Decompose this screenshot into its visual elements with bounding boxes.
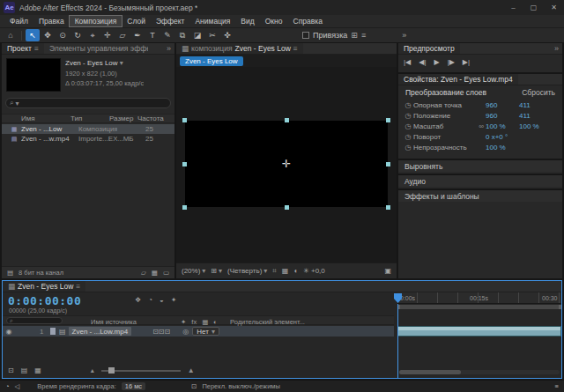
snap-menu-icon[interactable]: ≡ <box>361 31 366 40</box>
selection-handle[interactable] <box>386 162 390 166</box>
frame-blend-icon[interactable]: ◒ <box>160 296 164 304</box>
column-rate[interactable]: Частота <box>137 115 174 122</box>
clone-stamp-tool-icon[interactable]: ⧉ <box>175 29 189 41</box>
magnification-dropdown[interactable]: (20%) ▾ <box>182 267 205 275</box>
menu-view[interactable]: Вид <box>235 16 259 26</box>
pickwhip-icon[interactable]: ◎ <box>182 328 189 336</box>
selection-tool-icon[interactable]: ↖ <box>26 29 40 41</box>
layer-color-swatch[interactable] <box>50 328 56 335</box>
project-row-footage[interactable]: ▤ Zven - ...w.mp4 Importe...EX ...МБ 25 <box>2 134 174 144</box>
selection-handle[interactable] <box>386 118 390 122</box>
selection-handle[interactable] <box>182 162 187 166</box>
grid-guides-dropdown[interactable]: ⊞ ▾ <box>211 267 222 275</box>
color-depth-label[interactable]: 8 бит на канал <box>19 269 63 277</box>
composition-viewport[interactable]: ✛ <box>176 67 397 263</box>
column-size[interactable]: Размер <box>109 115 137 122</box>
shape-tool-icon[interactable]: ▱ <box>115 29 130 41</box>
project-list-header[interactable]: Имя Тип Размер Частота <box>2 114 174 123</box>
close-button[interactable]: ✕ <box>544 0 564 15</box>
stopwatch-icon[interactable]: ◷ <box>403 101 413 109</box>
previous-frame-button[interactable]: ◀| <box>419 58 426 66</box>
roto-brush-tool-icon[interactable]: ✂ <box>205 29 219 41</box>
toggle-switches-modes-button[interactable]: Перекл. выключ./режимы <box>202 382 279 390</box>
type-tool-icon[interactable]: T <box>145 29 160 41</box>
menu-edit[interactable]: Правка <box>33 16 70 26</box>
trkmat-column-icon[interactable]: ◐ <box>213 318 218 326</box>
layer-switch-icon[interactable]: ⊡ <box>165 328 171 336</box>
menu-effect[interactable]: Эффект <box>151 16 190 26</box>
menu-file[interactable]: Файл <box>4 16 33 26</box>
tab-effect-controls[interactable]: Элементы управления эффект <box>44 43 148 54</box>
composition-frame[interactable]: ✛ <box>185 121 388 207</box>
selection-handle[interactable] <box>285 205 289 210</box>
property-value-x[interactable]: 960 <box>486 112 519 120</box>
transfer-controls-icon[interactable]: ▤ <box>21 366 28 374</box>
last-frame-button[interactable]: ▶| <box>463 58 470 66</box>
project-search-input[interactable]: ⌕ ▾ <box>5 98 171 108</box>
menu-layer[interactable]: Слой <box>122 16 151 26</box>
layer-switch-icon[interactable]: ⊡ <box>159 328 165 336</box>
selection-handle[interactable] <box>386 205 390 210</box>
interpret-footage-icon[interactable]: ▤ <box>7 269 13 277</box>
selection-handle[interactable] <box>182 118 187 122</box>
shy-column-icon[interactable]: ✦ <box>181 318 186 326</box>
menu-help[interactable]: Справка <box>288 16 328 26</box>
search-caret-icon[interactable]: ▾ <box>15 100 19 107</box>
menu-composition[interactable]: Композиция <box>70 16 122 26</box>
column-parent[interactable]: Родительский элемент... <box>230 318 305 326</box>
tab-timeline[interactable]: ▦ Zven - Eyes Low ≡ <box>3 281 85 292</box>
shy-icon[interactable]: ✦ <box>171 296 177 304</box>
property-value-y[interactable]: 100 % <box>519 122 539 130</box>
zoom-slider-handle[interactable] <box>108 367 115 374</box>
puppet-tool-icon[interactable]: ✜ <box>220 29 234 41</box>
resolution-dropdown[interactable]: (Четверть) ▾ <box>227 267 267 275</box>
toolbar-overflow-icon[interactable]: » <box>402 31 406 40</box>
column-name[interactable]: Имя <box>2 115 70 122</box>
property-value-y[interactable]: 411 <box>519 101 531 109</box>
timeline-search-input[interactable]: ⌕ <box>6 317 63 324</box>
exposure-control[interactable]: ✳ +0,0 <box>303 267 325 275</box>
property-value[interactable]: 100 % <box>486 144 519 152</box>
switches-icon[interactable]: ⊡ <box>191 382 197 390</box>
motion-blur-icon[interactable]: ◔ <box>148 296 152 304</box>
menu-window[interactable]: Окно <box>260 16 288 26</box>
pan-behind-tool-icon[interactable]: ✛ <box>100 29 115 41</box>
trash-icon[interactable]: ▭ <box>163 269 169 277</box>
reset-button[interactable]: Сбросить <box>522 88 555 97</box>
transparency-grid-icon[interactable]: ▦ <box>282 267 289 275</box>
project-item-title[interactable]: Zven - Eyes Low ▾ <box>65 59 123 67</box>
first-frame-button[interactable]: |◀ <box>404 58 411 66</box>
tab-preview[interactable]: Предпросмотр <box>398 43 460 54</box>
link-icon[interactable]: ∞ <box>477 122 486 130</box>
channels-icon[interactable]: ◐ <box>293 267 298 275</box>
stopwatch-icon[interactable]: ◷ <box>403 112 413 120</box>
tab-align[interactable]: Выровнять <box>398 160 562 172</box>
anchor-point-icon[interactable]: ✛ <box>282 158 291 170</box>
eraser-tool-icon[interactable]: ◪ <box>190 29 204 41</box>
layer-switch-icon[interactable]: ⊡ <box>152 328 159 336</box>
hand-tool-icon[interactable]: ✥ <box>41 29 55 41</box>
zoom-tool-icon[interactable]: ⊙ <box>56 29 70 41</box>
caret-down-icon[interactable]: ▾ <box>120 59 123 67</box>
tab-overflow-icon[interactable]: » <box>163 43 174 54</box>
fx-column-icon[interactable]: fx <box>191 318 197 326</box>
region-of-interest-icon[interactable]: ⌗ <box>272 267 277 276</box>
scrollbar-thumb[interactable] <box>399 370 461 374</box>
column-source-name[interactable]: Имя источника <box>91 318 137 326</box>
layer-row[interactable]: ◉ 1 ▤ Zven - ...Low.mp4 ⊡ ⊡ ⊡ ◎ Нет ▾ <box>3 326 394 337</box>
time-ruler[interactable]: 0:00s 00:15s 00:30 <box>397 292 561 304</box>
timeline-horizontal-scrollbar[interactable] <box>399 370 560 374</box>
property-value[interactable]: 0 x+0 ° <box>486 133 508 141</box>
tab-project[interactable]: Проект ≡ <box>2 43 44 54</box>
property-row-opacity[interactable]: ◷ Непрозрачность 100 % <box>398 142 562 152</box>
panel-menu-icon[interactable]: ≡ <box>293 44 298 53</box>
stopwatch-icon[interactable]: ◷ <box>403 133 413 141</box>
work-area-bar[interactable] <box>397 305 561 309</box>
tab-composition[interactable]: ▦ композиция Zven - Eyes Low ≡ <box>176 43 303 54</box>
new-composition-icon[interactable]: ▦ <box>152 269 158 277</box>
play-button[interactable]: ▶ <box>434 58 439 66</box>
eye-icon[interactable]: ◉ <box>3 328 15 336</box>
layer-duration-bar[interactable] <box>397 326 561 337</box>
column-type[interactable]: Тип <box>70 115 109 122</box>
audio-meter-icon[interactable]: ◁ <box>15 382 20 390</box>
